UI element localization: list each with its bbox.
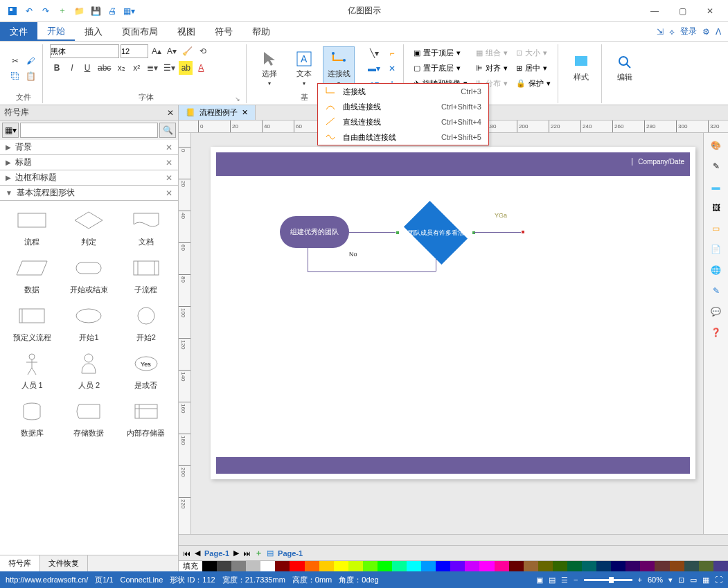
color-swatch[interactable] xyxy=(582,561,596,571)
shape-数据[interactable]: 数据 xyxy=(4,253,60,296)
accordion-flowchart[interactable]: ▼基本流程图形状✕ xyxy=(0,186,178,201)
export-icon[interactable]: ▦▾ xyxy=(122,4,136,18)
protect-button[interactable]: 🔒 保护 ▾ xyxy=(513,77,553,91)
shape-判定[interactable]: 判定 xyxy=(61,205,116,249)
view-mode2-icon[interactable]: ▤ xyxy=(549,576,556,585)
export-icon[interactable]: ⇲ xyxy=(657,27,664,37)
menu-symbol[interactable]: 符号 xyxy=(205,22,242,41)
color-swatch[interactable] xyxy=(450,561,465,571)
shape-开始1[interactable]: 开始1 xyxy=(61,301,116,344)
note-icon[interactable]: ✎ xyxy=(708,283,725,299)
page-tab[interactable]: Page-1 xyxy=(278,549,303,558)
doc-tab[interactable]: 📒 流程图例子 ✕ xyxy=(179,105,256,120)
accordion-background[interactable]: ▶背景✕ xyxy=(0,140,178,155)
start-node[interactable]: 组建优秀的团队 xyxy=(280,216,349,248)
rect-icon[interactable]: ▬▾ xyxy=(366,62,382,75)
shape-存储数据[interactable]: 存储数据 xyxy=(61,396,116,440)
open-icon[interactable]: 📁 xyxy=(72,4,86,18)
zoom-dropdown-icon[interactable]: ▾ xyxy=(668,576,673,585)
bold-icon[interactable]: B xyxy=(50,61,64,75)
polyline-icon[interactable]: ⌐ xyxy=(385,46,399,60)
page-nav-next-icon[interactable]: ▶ xyxy=(233,549,239,558)
menu-layout[interactable]: 页面布局 xyxy=(112,22,168,41)
color-swatch[interactable] xyxy=(363,561,378,571)
globe-icon[interactable]: 🌐 xyxy=(708,262,725,278)
shape-子流程[interactable]: 子流程 xyxy=(118,253,174,296)
app-icon[interactable] xyxy=(6,4,19,18)
color-swatch[interactable] xyxy=(231,561,246,571)
menu-help[interactable]: 帮助 xyxy=(242,22,280,41)
decrease-font-icon[interactable]: A▾ xyxy=(165,44,179,58)
search-icon[interactable]: 🔍 xyxy=(159,123,176,138)
grid-icon[interactable]: ▦ xyxy=(702,576,709,585)
shape-数据库[interactable]: 数据库 xyxy=(4,396,60,440)
select-tool[interactable]: 选择▾ xyxy=(254,46,285,91)
color-swatch[interactable] xyxy=(378,561,392,571)
redo-icon[interactable]: ↷ xyxy=(39,4,53,18)
connector-no-h[interactable] xyxy=(308,271,436,272)
size-button[interactable]: ⊡ 大小 ▾ xyxy=(513,46,553,60)
line-icon[interactable]: ╲▾ xyxy=(366,46,382,60)
align-button[interactable]: ⊫ 对齐 ▾ xyxy=(473,62,511,75)
connector-yes[interactable] xyxy=(474,232,522,233)
search-input[interactable] xyxy=(20,123,158,138)
status-url[interactable]: http://www.edrawsoft.cn/ xyxy=(6,576,88,584)
color-swatch[interactable] xyxy=(334,561,348,571)
paste-icon[interactable]: 📋 xyxy=(24,69,38,83)
collapse-ribbon-icon[interactable]: ᐱ xyxy=(716,27,721,37)
close-icon[interactable]: ✕ xyxy=(700,4,720,18)
line-spacing-icon[interactable]: ≣▾ xyxy=(145,61,160,75)
color-swatch[interactable] xyxy=(407,561,421,571)
clear-format-icon[interactable]: 🧹 xyxy=(180,44,195,58)
color-swatch[interactable] xyxy=(567,561,582,571)
accordion-title[interactable]: ▶标题✕ xyxy=(0,155,178,170)
find-button[interactable]: 编辑 xyxy=(609,46,641,91)
color-swatch[interactable] xyxy=(713,561,728,571)
shape-预定义流程[interactable]: 预定义流程 xyxy=(4,301,60,344)
color-swatch[interactable] xyxy=(392,561,407,571)
color-swatch[interactable] xyxy=(670,561,684,571)
fontcolor-icon[interactable]: A xyxy=(194,61,208,75)
minimize-icon[interactable]: — xyxy=(645,4,664,18)
color-swatch[interactable] xyxy=(684,561,699,571)
increase-font-icon[interactable]: A▴ xyxy=(150,44,163,58)
page-menu-icon[interactable]: ▤ xyxy=(267,549,274,558)
center-button[interactable]: ⊞ 居中 ▾ xyxy=(513,62,553,75)
color-swatch[interactable] xyxy=(553,561,567,571)
color-swatch[interactable] xyxy=(421,561,436,571)
tab-symbol-lib[interactable]: 符号库 xyxy=(0,555,40,571)
accordion-border[interactable]: ▶边框和标题✕ xyxy=(0,170,178,186)
pen-icon[interactable]: ✎ xyxy=(708,158,725,175)
color-swatch[interactable] xyxy=(275,561,290,571)
connector-no-v[interactable] xyxy=(436,259,436,271)
tab-close-icon[interactable]: ✕ xyxy=(242,108,248,117)
bullets-icon[interactable]: ☰▾ xyxy=(161,61,177,75)
properties-icon[interactable]: 📄 xyxy=(708,241,725,258)
fullscreen-icon[interactable]: ⛶ xyxy=(715,576,722,584)
subscript-icon[interactable]: x₂ xyxy=(114,61,128,75)
color-swatch[interactable] xyxy=(202,561,217,571)
color-swatch[interactable] xyxy=(495,561,509,571)
shape-流程[interactable]: 流程 xyxy=(4,205,60,249)
page-nav-first-icon[interactable]: ⏮ xyxy=(183,549,190,558)
menu-start[interactable]: 开始 xyxy=(37,22,75,41)
bring-front-button[interactable]: ▣ 置于顶层 ▾ xyxy=(411,46,470,60)
color-swatch[interactable] xyxy=(246,561,260,571)
page-nav-last-icon[interactable]: ⏭ xyxy=(243,549,251,558)
menu-insert[interactable]: 插入 xyxy=(75,22,112,41)
font-family-select[interactable] xyxy=(50,44,119,58)
zoom-slider[interactable] xyxy=(584,579,632,581)
clipboard-icon[interactable]: ▭ xyxy=(708,220,725,237)
color-swatch[interactable] xyxy=(699,561,713,571)
fit-width-icon[interactable]: ▭ xyxy=(690,576,697,585)
comment-icon[interactable]: 💬 xyxy=(708,303,725,320)
color-swatch[interactable] xyxy=(596,561,611,571)
share-icon[interactable]: ⟡ xyxy=(669,27,675,37)
color-swatch[interactable] xyxy=(305,561,319,571)
search-category-icon[interactable]: ▦▾ xyxy=(2,123,19,138)
color-swatch[interactable] xyxy=(479,561,494,571)
endpoint-handle[interactable] xyxy=(521,230,525,234)
underline-icon[interactable]: U xyxy=(80,61,94,75)
menu-view[interactable]: 视图 xyxy=(168,22,205,41)
zoom-out-icon[interactable]: − xyxy=(574,576,578,584)
